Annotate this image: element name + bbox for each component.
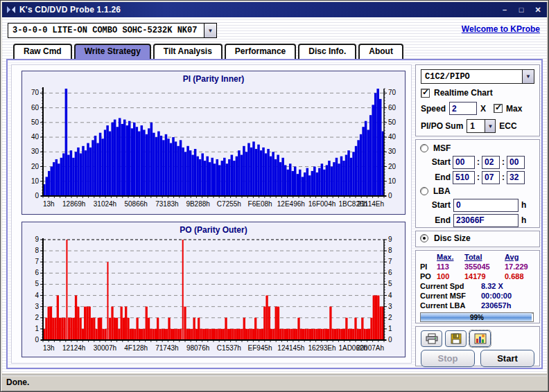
tab-tilt-analysis[interactable]: Tilt Analysis (153, 44, 223, 59)
svg-text:12869h: 12869h (62, 200, 85, 208)
tab-disc-info[interactable]: Disc Info. (298, 44, 356, 59)
svg-text:1: 1 (388, 325, 392, 332)
start-button[interactable]: Start (480, 350, 534, 367)
tab-write-strategy[interactable]: Write Strategy (74, 44, 151, 59)
svg-text:EF945h: EF945h (248, 344, 272, 352)
range-group: MSF Start : : End : : (415, 139, 540, 228)
svg-text:0: 0 (388, 336, 392, 344)
stats-header-total: Total (464, 253, 505, 261)
svg-text:50866h: 50866h (124, 200, 147, 208)
msf-end-min[interactable] (453, 171, 475, 184)
drive-selector[interactable]: 3-0-0-0 LITE-ON COMBO SOHC-5232K NK07 ▼ (8, 23, 217, 38)
minimize-button[interactable]: – (500, 6, 509, 15)
svg-text:73183h: 73183h (155, 200, 178, 208)
tab-performance[interactable]: Performance (225, 44, 296, 59)
chevron-down-icon[interactable]: ▼ (522, 70, 534, 83)
lba-end-label: End (427, 215, 451, 225)
title-bar: K's CD/DVD Probe 1.1.26 – □ ✕ (2, 2, 547, 17)
tab-about[interactable]: About (358, 44, 403, 59)
stop-button[interactable]: Stop (421, 350, 475, 367)
msf-radio[interactable] (420, 144, 428, 152)
svg-text:7: 7 (388, 258, 392, 265)
print-icon (426, 333, 438, 344)
pi-chart-plot: 00101020203030404050506060707013h12869h3… (22, 85, 403, 211)
write-strategy-panel: PI (Parity Inner) 0010102020303040405050… (6, 59, 543, 369)
current-msf-label: Current MSF (420, 292, 481, 300)
svg-text:12E496h: 12E496h (277, 200, 305, 208)
svg-text:C7255h: C7255h (217, 200, 241, 208)
maximize-button[interactable]: □ (516, 6, 526, 15)
app-icon (6, 5, 16, 15)
colon-separator: : (477, 157, 480, 167)
pi-chart: PI (Parity Inner) 0010102020303040405050… (21, 71, 406, 215)
svg-text:13h: 13h (43, 344, 55, 352)
msf-start-min[interactable] (453, 156, 475, 169)
svg-text:1: 1 (35, 325, 39, 332)
svg-text:16F004h: 16F004h (308, 200, 336, 208)
msf-end-label: End (427, 172, 451, 182)
hex-suffix: h (521, 200, 526, 210)
speed-input[interactable] (449, 102, 477, 115)
svg-text:40: 40 (31, 133, 40, 141)
save-button[interactable] (445, 330, 467, 347)
po-total-value: 14179 (464, 272, 505, 280)
msf-start-label: Start (427, 157, 451, 167)
msf-end-frame[interactable] (507, 171, 525, 184)
svg-text:21114Eh: 21114Eh (357, 200, 384, 208)
svg-text:6: 6 (35, 269, 39, 276)
svg-text:4F128h: 4F128h (124, 344, 148, 352)
current-lba-value: 230657h (481, 301, 511, 310)
lba-start-input[interactable] (453, 199, 518, 212)
po-row-label: PO (420, 272, 437, 280)
chevron-down-icon[interactable]: ▼ (204, 24, 216, 37)
app-window: K's CD/DVD Probe 1.1.26 – □ ✕ 3-0-0-0 LI… (0, 0, 549, 392)
lba-end-input[interactable] (453, 214, 518, 227)
chevron-down-icon[interactable]: ▼ (485, 120, 495, 132)
svg-text:4: 4 (388, 292, 392, 299)
msf-start-frame[interactable] (507, 156, 525, 169)
svg-text:5: 5 (388, 280, 392, 287)
mode-selector[interactable]: C1C2/PIPO ▼ (421, 69, 534, 84)
po-chart-plot: 0011223344556677889913h12124h30007h4F128… (22, 236, 403, 355)
max-speed-checkbox[interactable] (494, 104, 503, 113)
speed-label: Speed (421, 104, 446, 114)
msf-end-sec[interactable] (482, 171, 500, 184)
status-bar: Done. (2, 375, 547, 390)
disc-size-label: Disc Size (434, 233, 471, 243)
colon-separator: : (477, 172, 480, 182)
po-avg-value: 0.688 (505, 272, 535, 280)
svg-text:124145h: 124145h (277, 344, 304, 352)
actions-group: Stop Start (415, 326, 540, 366)
charts-area: PI (Parity Inner) 0010102020303040405050… (11, 64, 412, 364)
svg-text:F6E08h: F6E08h (248, 200, 272, 208)
stats-row-po: PO 100 14179 0.688 (420, 272, 535, 280)
pipo-sum-selector[interactable]: 1 ▼ (467, 119, 496, 133)
tab-raw-cmd[interactable]: Raw Cmd (13, 44, 72, 59)
svg-text:70: 70 (388, 89, 397, 96)
svg-text:8: 8 (35, 247, 39, 254)
welcome-link[interactable]: Welcome to KProbe (462, 24, 540, 34)
svg-text:50: 50 (388, 118, 397, 126)
max-speed-label: Max (506, 104, 522, 114)
svg-text:7: 7 (35, 258, 39, 265)
po-max-value: 100 (437, 272, 464, 280)
stats-header-max: Max. (437, 253, 464, 261)
svg-text:13h: 13h (43, 200, 55, 208)
svg-text:10: 10 (388, 177, 397, 185)
tab-bar: Raw Cmd Write Strategy Tilt Analysis Per… (13, 44, 406, 59)
colon-separator: : (502, 172, 505, 182)
lba-radio[interactable] (420, 187, 428, 195)
svg-text:30007h: 30007h (94, 344, 116, 352)
disc-size-radio[interactable] (420, 234, 428, 242)
export-chart-button[interactable] (469, 330, 491, 347)
msf-start-sec[interactable] (482, 156, 500, 169)
progress-percent: 99% (421, 313, 533, 322)
realtime-chart-checkbox[interactable] (421, 89, 430, 98)
status-text: Done. (6, 377, 29, 387)
mode-selector-value: C1C2/PIPO (421, 72, 522, 82)
pipo-sum-value: 1 (467, 121, 485, 131)
print-button[interactable] (421, 330, 442, 347)
hex-suffix: h (521, 215, 526, 225)
svg-text:3: 3 (388, 303, 392, 310)
close-button[interactable]: ✕ (533, 6, 543, 15)
